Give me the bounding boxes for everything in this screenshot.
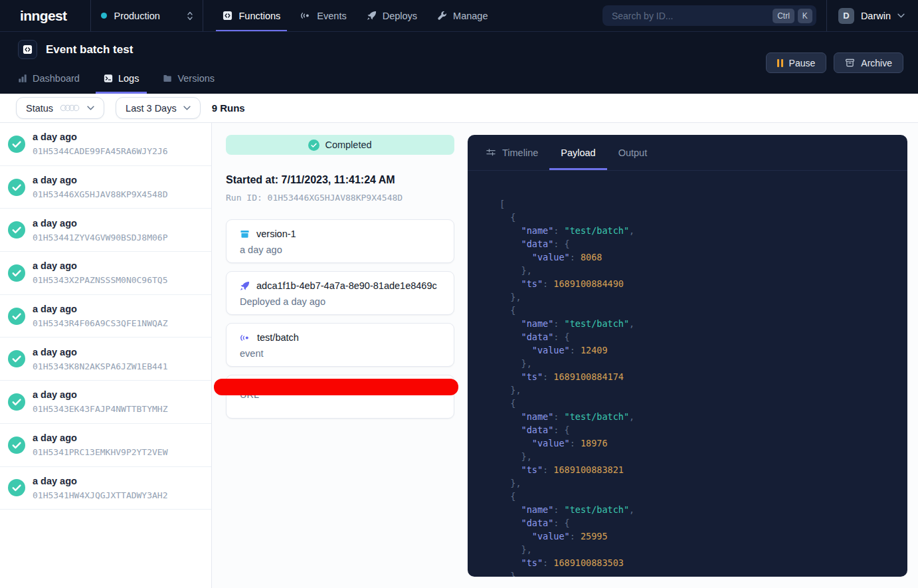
chevron-down-icon	[897, 13, 905, 18]
archive-icon	[845, 58, 855, 68]
rocket-icon	[367, 11, 377, 21]
environment-status-dot-icon	[101, 13, 107, 19]
run-time: a day ago	[33, 433, 168, 443]
run-time: a day ago	[33, 132, 168, 142]
detail-tab-timeline[interactable]: Timeline	[474, 135, 549, 170]
completed-check-icon	[8, 264, 25, 282]
navbar-tab-events[interactable]: Events	[290, 0, 356, 31]
page-title: Event batch test	[46, 43, 133, 56]
date-range-label: Last 3 Days	[126, 103, 177, 114]
chevron-up-down-icon	[187, 11, 193, 21]
run-time: a day ago	[33, 175, 168, 185]
run-id: 01H5341HW4XJQGJXTTADWY3AH2	[33, 490, 168, 500]
started-at: Started at: 7/11/2023, 11:41:24 AM	[226, 174, 454, 186]
run-detail-card[interactable]: adca1f1b-4eb7-4a7a-8e90-81ade1e8469c Dep…	[226, 271, 454, 315]
run-list-item[interactable]: a day ago 01H5341HW4XJQGJXTTADWY3AH2	[0, 467, 211, 510]
run-time: a day ago	[33, 218, 168, 229]
run-detail-cards: version-1 a day ago adca1f1b-4eb7-4a7a-8…	[226, 219, 454, 419]
card-subtitle: a day ago	[240, 245, 440, 255]
pause-icon	[777, 59, 783, 67]
code-box-icon	[223, 11, 232, 21]
status-label: Completed	[325, 140, 371, 150]
archive-button[interactable]: Archive	[834, 52, 903, 73]
completed-check-icon	[8, 308, 25, 325]
pause-button[interactable]: Pause	[766, 52, 827, 73]
completed-check-icon	[8, 437, 25, 454]
environment-label: Production	[114, 11, 180, 21]
run-detail-card[interactable]: version-1 a day ago	[226, 219, 454, 263]
environment-switcher[interactable]: Production	[91, 0, 203, 31]
completed-check-icon	[8, 479, 25, 496]
ctrl-key-badge: Ctrl	[773, 9, 794, 23]
folder-icon	[163, 74, 172, 83]
run-time: a day ago	[33, 304, 168, 314]
payload-json: [ { "name": "test/batch", "data": { "val…	[468, 171, 907, 577]
run-detail-card[interactable]: test/batch event	[226, 323, 454, 367]
rocket-icon	[240, 281, 250, 291]
user-menu[interactable]: D Darwin	[827, 0, 918, 31]
date-range-dropdown[interactable]: Last 3 Days	[116, 97, 201, 119]
card-subtitle: event	[240, 348, 440, 359]
card-title: adca1f1b-4eb7-4a7a-8e90-81ade1e8469c	[256, 280, 437, 291]
run-id: 01H5343R4F06A9CS3QFE1NWQAZ	[33, 318, 168, 328]
run-id: 01H5343K8N2AKSPA6JZW1EB441	[33, 361, 168, 371]
redaction-bar	[214, 379, 458, 395]
wrench-icon	[437, 11, 447, 21]
tab-versions[interactable]: Versions	[163, 73, 215, 94]
chart-icon	[18, 74, 27, 83]
function-tabs: Dashboard Logs Versions	[18, 73, 215, 94]
run-list-item[interactable]: a day ago 01H53446XG5HJAV88KP9X4548D	[0, 166, 211, 209]
run-list-item[interactable]: a day ago 01H5343R4F06A9CS3QFE1NWQAZ	[0, 295, 211, 338]
tab-dashboard[interactable]: Dashboard	[18, 73, 80, 94]
run-time: a day ago	[33, 389, 168, 400]
search-placeholder: Search by ID...	[612, 11, 769, 21]
run-id: 01H5343EK43FAJP4NWTTBTYMHZ	[33, 404, 168, 414]
run-list-item[interactable]: a day ago 01H5341PRC13EMKHV9P2YT2VEW	[0, 424, 211, 467]
detail-tab-payload[interactable]: Payload	[549, 135, 606, 170]
card-title: version-1	[256, 229, 296, 239]
runs-count: 9 Runs	[212, 102, 245, 114]
completed-check-icon	[8, 350, 25, 367]
run-list-item[interactable]: a day ago 01H5343X2PAZNSSSM0N0C96TQ5	[0, 252, 211, 295]
run-time: a day ago	[33, 347, 168, 357]
run-list-item[interactable]: a day ago 01H5343K8N2AKSPA6JZW1EB441	[0, 338, 211, 381]
completed-check-icon	[8, 136, 25, 153]
navbar-tab-deploys[interactable]: Deploys	[357, 0, 427, 31]
run-id: 01H5344CADE99FA45RA6WJY2J6	[33, 146, 168, 156]
function-icon	[18, 40, 37, 59]
status-filter-dropdown[interactable]: Status	[16, 97, 104, 119]
search-input[interactable]: Search by ID... Ctrl K	[602, 5, 816, 26]
runs-list: a day ago 01H5344CADE99FA45RA6WJY2J6 a d…	[0, 123, 212, 588]
box-icon	[240, 229, 250, 239]
tab-logs[interactable]: Logs	[104, 73, 139, 94]
navbar-tab-functions[interactable]: Functions	[213, 0, 290, 31]
avatar: D	[838, 8, 854, 24]
detail-panel-tabs: Timeline Payload Output	[468, 135, 907, 171]
k-key-badge: K	[798, 9, 812, 23]
run-list-item[interactable]: a day ago 01H53441ZYV4GVW90BSDJ8M06P	[0, 209, 211, 252]
completed-check-icon	[8, 393, 25, 411]
status-circles-icon	[60, 104, 80, 112]
completed-check-icon	[8, 221, 25, 239]
detail-tab-output[interactable]: Output	[607, 135, 659, 170]
run-list-item[interactable]: a day ago 01H5343EK43FAJP4NWTTBTYMHZ	[0, 381, 211, 424]
run-detail-column: Completed Started at: 7/11/2023, 11:41:2…	[226, 135, 454, 419]
run-id: Run ID: 01H53446XG5HJAV88KP9X4548D	[226, 193, 454, 203]
detail-panel: Timeline Payload Output [ { "name": "tes…	[468, 135, 907, 577]
sliders-icon	[486, 147, 496, 157]
filter-bar: Status Last 3 Days 9 Runs	[0, 94, 918, 123]
waves-icon	[300, 11, 311, 21]
status-badge: Completed	[226, 135, 454, 155]
user-name: Darwin	[861, 11, 891, 21]
navbar-tab-manage[interactable]: Manage	[427, 0, 498, 31]
run-id: 01H53441ZYV4GVW90BSDJ8M06P	[33, 233, 168, 243]
run-id: 01H53446XG5HJAV88KP9X4548D	[33, 189, 168, 199]
completed-check-icon	[308, 140, 320, 151]
card-subtitle: Deployed a day ago	[240, 296, 440, 307]
run-time: a day ago	[33, 260, 168, 271]
run-list-item[interactable]: a day ago 01H5344CADE99FA45RA6WJY2J6	[0, 123, 211, 166]
navbar-tabs: Functions Events Deploys Manage	[213, 0, 498, 31]
inngest-logo[interactable]: inngest	[20, 8, 66, 24]
run-id: 01H5341PRC13EMKHV9P2YT2VEW	[33, 447, 168, 457]
navbar-divider	[203, 0, 203, 31]
